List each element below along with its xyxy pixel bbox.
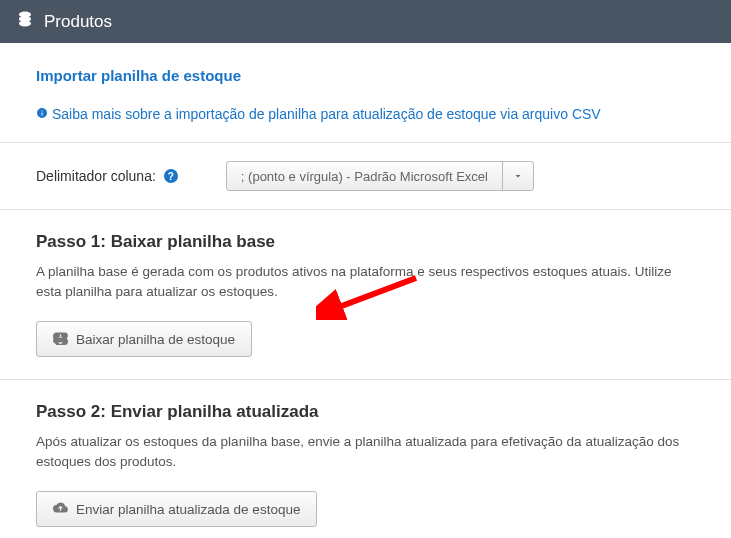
chevron-down-icon[interactable] bbox=[503, 162, 533, 190]
info-link[interactable]: Saiba mais sobre a importação de planilh… bbox=[36, 106, 601, 122]
help-icon[interactable]: ? bbox=[164, 169, 178, 183]
step-2: Passo 2: Enviar planilha atualizada Após… bbox=[36, 380, 695, 538]
upload-sheet-label: Enviar planilha atualizada de estoque bbox=[76, 502, 300, 517]
step-1-description: A planilha base é gerada com os produtos… bbox=[36, 262, 695, 301]
import-title: Importar planilha de estoque bbox=[36, 67, 695, 84]
delimiter-label: Delimitador coluna: bbox=[36, 168, 156, 184]
download-sheet-label: Baixar planilha de estoque bbox=[76, 332, 235, 347]
page-title: Produtos bbox=[44, 12, 112, 32]
cloud-upload-icon bbox=[53, 500, 68, 518]
delimiter-select[interactable]: ; (ponto e vírgula) - Padrão Microsoft E… bbox=[226, 161, 534, 191]
database-icon bbox=[16, 10, 34, 33]
step-1: Passo 1: Baixar planilha base A planilha… bbox=[36, 210, 695, 379]
step-1-title: Passo 1: Baixar planilha base bbox=[36, 232, 695, 252]
info-icon bbox=[36, 106, 48, 122]
step-2-title: Passo 2: Enviar planilha atualizada bbox=[36, 402, 695, 422]
info-link-text: Saiba mais sobre a importação de planilh… bbox=[52, 106, 601, 122]
upload-sheet-button[interactable]: Enviar planilha atualizada de estoque bbox=[36, 491, 317, 527]
download-sheet-button[interactable]: Baixar planilha de estoque bbox=[36, 321, 252, 357]
page-header: Produtos bbox=[0, 0, 731, 43]
cloud-download-icon bbox=[53, 330, 68, 348]
delimiter-selected: ; (ponto e vírgula) - Padrão Microsoft E… bbox=[227, 162, 503, 190]
delimiter-row: Delimitador coluna: ? ; (ponto e vírgula… bbox=[36, 143, 695, 209]
step-2-description: Após atualizar os estoques da planilha b… bbox=[36, 432, 695, 471]
